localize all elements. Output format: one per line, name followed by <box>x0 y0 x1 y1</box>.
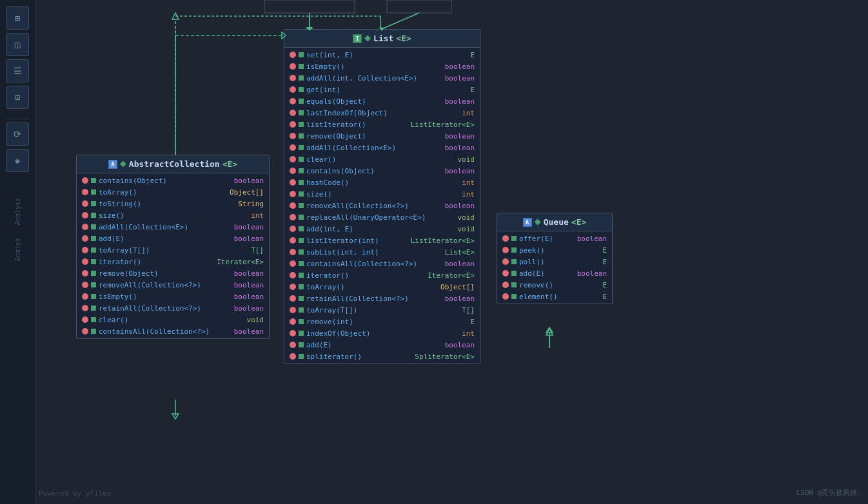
leaf-icon <box>299 75 304 81</box>
access-icon <box>290 272 296 278</box>
diagram-canvas: ⊞ ◫ ☰ ⊡ ⟳ ◈ Analysi Analys A AbstractCol… <box>0 0 868 504</box>
method-isempty[interactable]: isEmpty() boolean <box>77 291 269 302</box>
method-name: add(E) <box>519 269 566 278</box>
access-icon <box>290 260 296 267</box>
method-return: Spliterator<E> <box>415 353 475 361</box>
method-name: addAll(int, Collection<E>) <box>306 74 433 82</box>
method-name: add(E) <box>306 341 433 349</box>
list-method-replaceall[interactable]: replaceAll(UnaryOperator<E>) void <box>284 211 480 223</box>
method-addall[interactable]: addAll(Collection<E>) boolean <box>77 221 269 233</box>
method-return: String <box>225 200 264 208</box>
queue-method-add[interactable]: add(E) boolean <box>497 267 612 279</box>
queue-method-peek[interactable]: peek() E <box>497 244 612 256</box>
method-containsall[interactable]: containsAll(Collection<?>) boolean <box>77 325 269 337</box>
leaf-icon <box>299 203 304 208</box>
list-method-sublist[interactable]: subList(int, int) List<E> <box>284 246 480 258</box>
method-return: void <box>436 155 475 164</box>
method-iterator[interactable]: iterator() Iterator<E> <box>77 256 269 267</box>
method-size[interactable]: size() int <box>77 209 269 221</box>
method-removeall[interactable]: removeAll(Collection<?>) boolean <box>77 279 269 291</box>
abstract-collection-header: A AbstractCollection <E> <box>77 155 269 173</box>
leaf-icon <box>91 271 96 276</box>
list-method-addall[interactable]: addAll(Collection<E>) boolean <box>284 142 480 153</box>
method-add[interactable]: add(E) boolean <box>77 233 269 244</box>
list-methods: set(int, E) E isEmpty() boolean addAll(i… <box>284 48 480 363</box>
leaf-icon <box>299 122 304 127</box>
abstract-collection-box: A AbstractCollection <E> contains(Object… <box>76 155 270 339</box>
list-method-addall-int[interactable]: addAll(int, Collection<E>) boolean <box>284 72 480 84</box>
watermark: Powered by yFiles <box>39 489 112 498</box>
method-return: boolean <box>225 293 264 301</box>
queue-method-remove[interactable]: remove() E <box>497 279 612 291</box>
list-method-set[interactable]: set(int, E) E <box>284 49 480 61</box>
access-icon <box>290 330 296 336</box>
method-name: contains(Object) <box>306 167 433 175</box>
leaf-icon <box>299 238 304 243</box>
method-return: int <box>225 211 264 220</box>
leaf-icon <box>91 178 96 183</box>
method-toarray[interactable]: toArray() Object[] <box>77 186 269 198</box>
method-return: boolean <box>436 167 475 175</box>
list-method-listiterator[interactable]: listIterator() ListIterator<E> <box>284 119 480 130</box>
method-tostring[interactable]: toString() String <box>77 198 269 209</box>
list-method-isempty[interactable]: isEmpty() boolean <box>284 61 480 72</box>
diamond-icon <box>535 219 541 226</box>
method-contains[interactable]: contains(Object) boolean <box>77 175 269 186</box>
access-icon <box>82 235 88 242</box>
list-method-get[interactable]: get(int) E <box>284 84 480 95</box>
list-method-containsall[interactable]: containsAll(Collection<?>) boolean <box>284 258 480 269</box>
leaf-icon <box>91 189 96 195</box>
sidebar-item-3[interactable]: ☰ <box>6 59 29 82</box>
class-icon: A <box>523 218 532 227</box>
list-method-iterator[interactable]: iterator() Iterator<E> <box>284 269 480 281</box>
sidebar-item-4[interactable]: ⊡ <box>6 86 29 109</box>
list-method-lastindexof[interactable]: lastIndexOf(Object) int <box>284 107 480 119</box>
method-toarray-t[interactable]: toArray(T[]) T[] <box>77 244 269 256</box>
list-method-clear[interactable]: clear() void <box>284 153 480 165</box>
list-method-add[interactable]: add(E) boolean <box>284 339 480 351</box>
list-method-toarray[interactable]: toArray() Object[] <box>284 281 480 293</box>
list-method-contains[interactable]: contains(Object) boolean <box>284 165 480 177</box>
method-name: indexOf(Object) <box>306 329 433 338</box>
leaf-icon <box>299 87 304 92</box>
method-clear[interactable]: clear() void <box>77 314 269 325</box>
access-icon <box>82 258 88 265</box>
list-method-listiterator-int[interactable]: listIterator(int) ListIterator<E> <box>284 235 480 246</box>
list-method-add-int[interactable]: add(int, E) void <box>284 223 480 235</box>
leaf-icon <box>511 294 517 299</box>
method-return: E <box>568 293 607 301</box>
list-method-equals[interactable]: equals(Object) boolean <box>284 95 480 107</box>
queue-method-poll[interactable]: poll() E <box>497 256 612 267</box>
list-method-retainall[interactable]: retainAll(Collection<?>) boolean <box>284 293 480 304</box>
svg-rect-13 <box>387 0 451 13</box>
method-remove[interactable]: remove(Object) boolean <box>77 267 269 279</box>
svg-marker-8 <box>172 13 179 19</box>
leaf-icon <box>299 180 304 185</box>
list-method-hashcode[interactable]: hashCode() int <box>284 177 480 188</box>
queue-method-element[interactable]: element() E <box>497 291 612 302</box>
access-icon <box>290 307 296 313</box>
list-method-remove-int[interactable]: remove(int) E <box>284 316 480 327</box>
list-method-spliterator[interactable]: spliterator() Spliterator<E> <box>284 351 480 362</box>
sidebar-item-5[interactable]: ⟳ <box>6 122 29 146</box>
list-method-remove-obj[interactable]: remove(Object) boolean <box>284 130 480 142</box>
list-method-indexof[interactable]: indexOf(Object) int <box>284 327 480 339</box>
access-icon <box>82 247 88 253</box>
sidebar-item-6[interactable]: ◈ <box>6 149 29 172</box>
method-return: boolean <box>436 341 475 349</box>
method-name: toString() <box>99 200 222 208</box>
list-method-removeall[interactable]: removeAll(Collection<?>) boolean <box>284 200 480 211</box>
list-method-size[interactable]: size() int <box>284 188 480 200</box>
method-return: T[] <box>225 246 264 255</box>
list-method-toarray-t[interactable]: toArray(T[]) T[] <box>284 304 480 316</box>
access-icon <box>290 237 296 244</box>
method-name: iterator() <box>306 271 425 280</box>
method-name: set(int, E) <box>306 51 433 59</box>
sidebar-item-1[interactable]: ⊞ <box>6 6 29 30</box>
sidebar-item-2[interactable]: ◫ <box>6 33 29 56</box>
method-return: int <box>436 329 475 338</box>
method-name: remove(Object) <box>99 269 222 278</box>
queue-method-offer[interactable]: offer(E) boolean <box>497 233 612 244</box>
method-name: retainAll(Collection<?>) <box>306 295 433 303</box>
method-retainall[interactable]: retainAll(Collection<?>) boolean <box>77 302 269 314</box>
